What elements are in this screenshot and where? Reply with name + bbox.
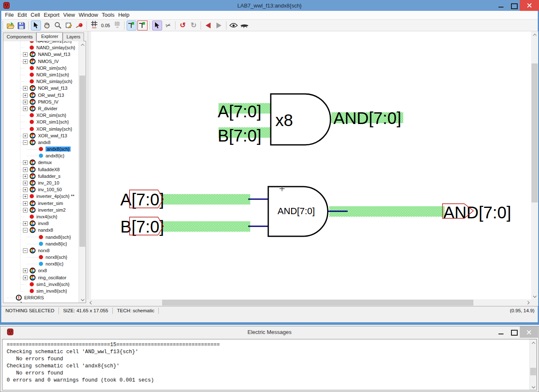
console-scroll-up-icon[interactable] [530, 339, 537, 346]
tree-item-fulladdex8[interactable]: fulladdeX8 [3, 166, 79, 173]
menu-export[interactable]: Export [44, 11, 64, 19]
tree-item-nor-sim-sch-[interactable]: NOR_sim{sch} [3, 65, 79, 71]
export-toggle-icon[interactable] [137, 20, 147, 30]
open-library-icon[interactable] [5, 20, 15, 30]
canvas-vscroll-thumb[interactable] [531, 63, 538, 202]
tree-item-nand-wwl-f13[interactable]: NAND_wwl_f13 [3, 51, 79, 58]
canvas-scroll-left-icon[interactable] [88, 299, 95, 306]
messages-console[interactable]: =================================15=====… [2, 339, 537, 390]
expand-plus-icon[interactable] [23, 187, 28, 192]
grid-alignment-value[interactable]: 0.05 [99, 23, 112, 28]
export-out-label[interactable]: AND[7:0] [443, 203, 511, 222]
tree-item-inverter-sim2[interactable]: inverter_sim2 [3, 207, 79, 213]
tree-scroll-up-icon[interactable] [79, 41, 86, 48]
tree-item-ring-oscillator[interactable]: ring_oscillator [3, 274, 79, 281]
canvas-hscroll-thumb[interactable] [162, 300, 473, 306]
expand-plus-icon[interactable] [23, 52, 28, 57]
gate-x8-label[interactable]: x8 [275, 111, 293, 129]
tree-item-errors[interactable]: ERRORS [3, 294, 79, 301]
next-focus-icon[interactable] [214, 20, 224, 30]
tree-item-nandx8-ic-[interactable]: nandx8{ic} [3, 240, 79, 247]
tree-item-sim1-invx8-sch-[interactable]: sim1_invx8{sch} [3, 281, 79, 288]
outline-edit-icon[interactable] [64, 20, 74, 30]
expand-plus-icon[interactable] [23, 174, 28, 179]
export-a-label[interactable]: A[7:0] [120, 190, 164, 209]
close-button[interactable] [520, 0, 539, 11]
tree-item-inverter-4p-sch-[interactable]: inverter_4p{sch} ** [3, 193, 79, 200]
menu-edit[interactable]: Edit [18, 11, 31, 19]
messages-maximize-button[interactable] [507, 326, 520, 338]
top-input-b-label[interactable]: B[7:0] [218, 126, 262, 145]
tab-components[interactable]: Components [3, 33, 36, 41]
expand-plus-icon[interactable] [23, 134, 28, 138]
expand-plus-icon[interactable] [23, 59, 28, 64]
tree-item-xor-simlay-sch-[interactable]: XOR_simlay{sch} [3, 125, 79, 132]
top-input-a-label[interactable]: A[7:0] [218, 102, 262, 121]
save-library-icon[interactable] [16, 20, 26, 30]
tree-item-invx8[interactable]: invx8 [3, 220, 79, 227]
menu-file[interactable]: File [5, 11, 18, 19]
expand-plus-icon[interactable] [23, 106, 28, 111]
tree-item-nand-simlay-sch-[interactable]: NAND_simlay{sch} [3, 44, 79, 51]
expand-plus-icon[interactable] [23, 181, 28, 185]
tree-item-xor-sim-sch-[interactable]: XOR_sim{sch} [3, 112, 79, 119]
menu-cell[interactable]: Cell [31, 11, 43, 19]
maximize-button[interactable] [507, 0, 520, 11]
tree-item-norx8-ic-[interactable]: norx8{ic} [3, 260, 79, 267]
tree-item-nor-simlay-sch-[interactable]: NOR_simlay{sch} [3, 78, 79, 85]
unexpand-cells-icon[interactable] [239, 20, 249, 30]
canvas-scroll-right-icon[interactable] [524, 299, 531, 306]
tree-item-r-divider[interactable]: R_divider [3, 105, 79, 112]
console-scrollbar[interactable] [529, 339, 536, 390]
schematic-canvas[interactable]: x8 A[7:0] B[7:0] AND[7:0] AND[7:0] A[7:0… [91, 31, 531, 299]
undo-icon[interactable]: ↺ [178, 20, 188, 30]
console-scroll-thumb[interactable] [530, 368, 536, 375]
bus-main-input-b[interactable] [162, 221, 250, 232]
tree-item-norx8[interactable]: norx8 [3, 247, 79, 254]
collapse-minus-icon[interactable] [23, 228, 28, 233]
tree-item-andx8[interactable]: andx8 [3, 139, 79, 146]
port-toggle-icon[interactable] [127, 20, 137, 30]
expand-plus-icon[interactable] [23, 268, 28, 273]
special-select-icon[interactable] [152, 20, 162, 30]
tree-item-or-wwl-f13[interactable]: OR_wwl_f13 [3, 92, 79, 99]
minimize-button[interactable] [495, 0, 507, 11]
tree-item-nor-sim1-sch-[interactable]: NOR_sim1{sch} [3, 71, 79, 78]
messages-close-button[interactable] [520, 326, 538, 338]
previous-focus-icon[interactable] [203, 20, 213, 30]
expand-plus-icon[interactable] [23, 86, 28, 91]
expand-plus-icon[interactable] [23, 201, 28, 206]
grid-align-small-icon[interactable]: ‹‹‹ [112, 20, 122, 30]
bus-main-input-a[interactable] [162, 194, 250, 205]
expand-plus-icon[interactable] [23, 276, 28, 280]
tree-item-norx8-sch-[interactable]: norx8{sch} [3, 254, 79, 260]
cut-icon[interactable]: ✂ [163, 20, 173, 30]
tree-item-orx8[interactable]: orx8 [3, 267, 79, 274]
pan-hand-icon[interactable] [42, 20, 52, 30]
tree-item-xor-wwl-f13[interactable]: XOR_wwl_f13 [3, 132, 79, 139]
expand-plus-icon[interactable] [23, 208, 28, 212]
menu-tools[interactable]: Tools [102, 11, 118, 19]
expand-plus-icon[interactable] [23, 100, 28, 104]
tree-item-andx8-ic-[interactable]: andx8{ic} [3, 152, 79, 159]
expand-plus-icon[interactable] [23, 194, 28, 199]
tree-item-nor-wwl-f13[interactable]: NOR_wwl_f13 [3, 85, 79, 91]
select-cursor-icon[interactable] [31, 20, 41, 30]
messages-minimize-button[interactable] [495, 326, 507, 338]
collapse-minus-icon[interactable] [23, 140, 28, 145]
gate-instance-label[interactable]: AND[7:0] [277, 206, 315, 216]
collapse-minus-icon[interactable] [23, 248, 28, 253]
canvas-scroll-down-icon[interactable] [531, 292, 538, 299]
tree-scroll-down-icon[interactable] [79, 296, 86, 303]
tree-item-fulladder-s[interactable]: fulladder_s [3, 173, 79, 180]
tree-item-nandx8-sch-[interactable]: nandx8{sch} [3, 233, 79, 240]
zoom-magnifier-icon[interactable] [53, 20, 63, 30]
top-output-label[interactable]: AND[7:0] [333, 109, 401, 127]
tree-item-invx4-sch-[interactable]: invx4{sch} [3, 213, 79, 220]
panel-splitter[interactable] [88, 31, 91, 303]
canvas-hscrollbar[interactable] [88, 299, 531, 306]
tab-explorer[interactable]: Explorer [36, 32, 63, 41]
tree-item-jobs[interactable]: JOBS [3, 301, 79, 303]
measure-icon[interactable] [74, 20, 84, 30]
expand-plus-icon[interactable] [23, 221, 28, 226]
